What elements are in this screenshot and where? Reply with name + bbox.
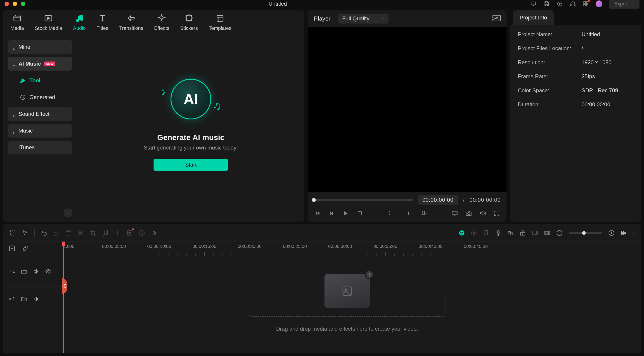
- stop-button[interactable]: [356, 210, 364, 217]
- marker-button[interactable]: [481, 228, 491, 238]
- prev-frame-button[interactable]: [314, 210, 322, 217]
- sidebar-item-generated[interactable]: Generated: [8, 90, 72, 104]
- volume-button[interactable]: [479, 210, 486, 217]
- new-badge: NEW: [44, 62, 56, 66]
- support-headset-icon[interactable]: [570, 0, 576, 7]
- svg-point-32: [508, 231, 510, 232]
- player-scrubber[interactable]: [314, 199, 413, 200]
- window-zoom-button[interactable]: [21, 2, 25, 6]
- render-preview-button[interactable]: [518, 228, 528, 238]
- marker-dropdown-button[interactable]: [420, 210, 428, 217]
- svg-rect-35: [532, 231, 536, 234]
- user-avatar[interactable]: [596, 0, 602, 7]
- player-panel: Player Full Quality 00:00:00:00 / 00:00:…: [308, 10, 506, 222]
- folder-icon[interactable]: [21, 268, 27, 274]
- snapshot-button[interactable]: [465, 210, 472, 217]
- wrench-icon: [20, 78, 26, 84]
- cloud-upload-icon[interactable]: [556, 0, 563, 7]
- timeline-dropzone[interactable]: ＋ Drag and drop media and effects here t…: [62, 256, 632, 332]
- export-button[interactable]: Export: [609, 0, 640, 8]
- ai-assistant-button[interactable]: [457, 228, 467, 238]
- timeline-ruler[interactable]: 00:0000:00:05:0000:00:10:0000:00:15:0000…: [62, 242, 641, 256]
- ruler-mark: 00:00:35:00: [373, 244, 397, 249]
- ruler-mark: 00:00:30:00: [328, 244, 352, 249]
- link-tracks-button[interactable]: [22, 245, 29, 253]
- window-minimize-button[interactable]: [13, 2, 17, 6]
- mark-in-button[interactable]: [387, 210, 394, 217]
- voiceover-button[interactable]: [494, 228, 503, 238]
- desktop-preview-icon[interactable]: [530, 0, 537, 7]
- mute-track-button[interactable]: [33, 296, 39, 302]
- redo-button[interactable]: [51, 228, 61, 238]
- play-button[interactable]: [342, 210, 350, 217]
- player-viewport[interactable]: [308, 27, 506, 192]
- aspect-ratio-button[interactable]: [542, 228, 552, 238]
- sidebar-item-sound-effect[interactable]: Sound Effect: [8, 107, 72, 121]
- split-button[interactable]: [76, 228, 86, 238]
- sidebar-item-tool[interactable]: Tool: [8, 74, 72, 87]
- audio-mixer-button[interactable]: [506, 228, 516, 238]
- pointer-tool-button[interactable]: [20, 228, 30, 238]
- timeline-view-menu[interactable]: [631, 228, 636, 238]
- save-icon[interactable]: [543, 0, 550, 7]
- tab-templates[interactable]: Templates: [203, 10, 237, 36]
- apps-grid-icon[interactable]: [582, 0, 589, 7]
- add-media-button[interactable]: ＋: [365, 270, 374, 279]
- tab-transitions[interactable]: Transitions: [114, 10, 149, 36]
- beat-detect-button[interactable]: [100, 228, 110, 238]
- color-match-button[interactable]: [469, 228, 479, 238]
- mark-out-button[interactable]: [404, 210, 411, 217]
- fullscreen-button[interactable]: [493, 210, 501, 217]
- svg-rect-31: [498, 230, 499, 234]
- sidebar-item-ai-music[interactable]: AI Music NEW: [8, 57, 72, 70]
- playhead[interactable]: [63, 242, 64, 353]
- record-screen-button[interactable]: [530, 228, 540, 238]
- scopes-icon[interactable]: [492, 15, 501, 22]
- mute-track-button[interactable]: [33, 268, 39, 274]
- audio-track-header[interactable]: 1: [3, 286, 62, 311]
- timeline-tracks-area[interactable]: 00:0000:00:05:0000:00:10:0000:00:15:0000…: [62, 242, 641, 353]
- window-close-button[interactable]: [4, 2, 9, 6]
- tab-effects[interactable]: Effects: [149, 10, 175, 36]
- sidebar-item-music[interactable]: Music: [8, 124, 72, 138]
- timeline-view-button[interactable]: [619, 228, 628, 238]
- selection-tool-button[interactable]: [8, 228, 18, 238]
- svg-rect-41: [622, 232, 623, 234]
- tab-titles[interactable]: Titles: [91, 10, 114, 36]
- display-toggle-button[interactable]: [451, 210, 458, 217]
- tab-media[interactable]: Media: [3, 10, 30, 36]
- tab-audio[interactable]: Audio: [68, 10, 91, 36]
- svg-rect-43: [624, 231, 626, 232]
- tab-stickers[interactable]: Stickers: [175, 10, 203, 36]
- collapse-sidebar-button[interactable]: [64, 208, 72, 217]
- window-controls: [4, 2, 25, 6]
- sidebar-item-ai-music-label: AI Music: [18, 60, 41, 67]
- quality-select[interactable]: Full Quality: [338, 14, 388, 24]
- info-value: Untitled: [582, 31, 600, 38]
- zoom-out-button[interactable]: [554, 228, 564, 238]
- add-track-button[interactable]: [8, 245, 16, 253]
- sidebar-item-itunes-label: iTunes: [13, 144, 34, 151]
- step-back-button[interactable]: [328, 210, 336, 217]
- delete-button[interactable]: [64, 228, 74, 238]
- sidebar-item-mine[interactable]: Mine: [8, 40, 72, 54]
- sidebar-item-itunes[interactable]: iTunes: [8, 141, 72, 154]
- ai-music-title: Generate AI music: [157, 133, 224, 142]
- more-tools-button[interactable]: [149, 228, 159, 238]
- crop-button[interactable]: [88, 228, 98, 238]
- speed-button[interactable]: [137, 228, 147, 238]
- chevron-down-icon: [381, 17, 384, 20]
- zoom-slider[interactable]: [569, 232, 602, 234]
- timeline-panel: 1 1 00:0000:00:05:0000:00:10:0000:00:15:…: [3, 224, 641, 353]
- start-button[interactable]: Start: [154, 159, 228, 171]
- stickers-icon: [184, 14, 194, 23]
- folder-icon[interactable]: [21, 296, 27, 302]
- svg-rect-2: [574, 4, 575, 6]
- text-button[interactable]: [112, 228, 122, 238]
- video-track-header[interactable]: 1: [3, 256, 62, 286]
- tab-project-info[interactable]: Project Info: [513, 10, 554, 25]
- undo-button[interactable]: [39, 228, 49, 238]
- visibility-toggle-button[interactable]: [45, 268, 52, 274]
- zoom-in-button[interactable]: [606, 228, 616, 238]
- tab-stock-media[interactable]: Stock Media: [30, 10, 68, 36]
